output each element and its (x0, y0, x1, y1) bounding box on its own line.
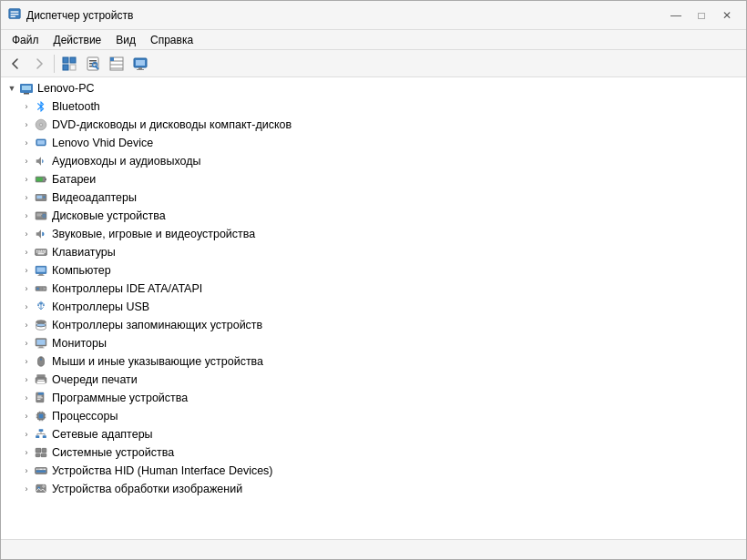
svg-point-70 (40, 359, 42, 361)
menu-bar: Файл Действие Вид Справка (1, 30, 746, 50)
svg-rect-42 (36, 250, 37, 251)
list-item[interactable]: › DVD-дисководы и дисководы компакт-диск… (1, 116, 746, 134)
root-label: Lenovo-PC (37, 82, 95, 95)
back-button[interactable] (5, 53, 26, 75)
svg-rect-57 (36, 288, 38, 290)
image-processing-icon (34, 482, 48, 496)
forward-button[interactable] (28, 53, 50, 75)
system-device-icon (34, 445, 48, 460)
item-label: Мониторы (52, 337, 107, 350)
expand-arrow: › (19, 445, 34, 460)
list-item[interactable]: › Компьютер (1, 261, 746, 280)
list-item[interactable]: › Очереди печати (1, 371, 746, 389)
item-label: Дисковые устройства (52, 209, 166, 222)
svg-point-64 (36, 323, 46, 327)
minimize-button[interactable]: — (664, 6, 688, 25)
properties-button[interactable] (82, 53, 104, 75)
grid-button[interactable] (106, 53, 128, 75)
svg-rect-76 (38, 392, 44, 394)
expand-arrow: › (19, 372, 34, 387)
svg-rect-50 (43, 251, 46, 252)
list-item[interactable]: › Дисковые устройства (1, 207, 746, 225)
svg-rect-106 (36, 469, 37, 470)
window-icon (8, 7, 21, 23)
list-item[interactable]: › Звуковые, игровые и видеоустройства (1, 225, 746, 243)
close-button[interactable]: ✕ (715, 6, 739, 25)
window-controls: — □ ✕ (664, 6, 739, 25)
svg-rect-9 (89, 60, 97, 62)
item-label: Компьютер (52, 264, 111, 277)
list-item[interactable]: › Батареи (1, 170, 746, 188)
computer-icon (34, 263, 48, 278)
status-bar (1, 539, 746, 559)
menu-action[interactable]: Действие (46, 32, 109, 48)
toolbar (1, 50, 746, 77)
list-item[interactable]: › Контроллеры запоминающих устройств (1, 316, 746, 334)
expand-arrow: › (19, 300, 34, 314)
svg-rect-109 (43, 469, 46, 470)
item-label: Контроллеры запоминающих устройств (52, 319, 262, 331)
list-item[interactable]: › Сетевые адаптеры (1, 425, 746, 443)
list-item[interactable]: › Lenovo Vhid Device (1, 134, 746, 152)
disk-icon (34, 209, 48, 223)
svg-rect-31 (46, 178, 46, 180)
monitor-button[interactable] (129, 53, 151, 75)
list-item[interactable]: › Программные устройства (1, 389, 746, 407)
item-label: Процессоры (52, 410, 118, 423)
list-item[interactable]: › Системные устройства (1, 443, 746, 462)
svg-rect-17 (110, 57, 114, 61)
menu-file[interactable]: Файл (5, 32, 46, 48)
expand-arrow: › (19, 427, 34, 442)
svg-rect-44 (39, 250, 40, 251)
svg-rect-104 (41, 453, 46, 457)
list-item[interactable]: › Видеоадаптеры (1, 188, 746, 207)
expand-arrow: › (19, 263, 34, 278)
menu-help[interactable]: Справка (143, 32, 200, 48)
list-item[interactable]: › Мониторы (1, 334, 746, 352)
expand-arrow: › (19, 354, 34, 369)
list-item[interactable]: › Мыши и иные указывающие устройства (1, 352, 746, 371)
list-item[interactable]: › Контроллеры USB (1, 298, 746, 316)
list-item[interactable]: › Устройства HID (Human Interface Device… (1, 462, 746, 480)
expand-arrow: › (19, 172, 34, 187)
root-expand-arrow: ▼ (5, 81, 19, 96)
svg-point-62 (43, 304, 45, 306)
list-item[interactable]: › Клавиатуры (1, 243, 746, 261)
item-label: Устройства HID (Human Interface Devices) (52, 464, 273, 477)
item-label: Сетевые адаптеры (52, 428, 153, 441)
expand-arrow: › (19, 281, 34, 296)
ide-icon (34, 281, 48, 296)
svg-rect-53 (36, 268, 45, 272)
monitor-icon (34, 336, 48, 351)
storage-icon (34, 318, 48, 332)
item-label: Батареи (52, 173, 96, 186)
svg-rect-7 (70, 65, 76, 70)
item-label: Мыши и иные указывающие устройства (52, 355, 263, 368)
show-hide-button[interactable] (58, 53, 80, 75)
svg-point-35 (43, 196, 45, 198)
list-item[interactable]: › Bluetooth (1, 97, 746, 116)
svg-rect-73 (38, 380, 45, 381)
svg-rect-67 (39, 347, 44, 348)
expand-arrow: › (19, 227, 34, 241)
maximize-button[interactable]: □ (690, 6, 713, 25)
svg-rect-5 (70, 57, 76, 63)
svg-point-63 (36, 321, 46, 324)
window-title: Диспетчер устройств (26, 9, 664, 22)
list-item[interactable]: › Аудиовходы и аудиовыходы (1, 152, 746, 170)
tree-root[interactable]: ▼ Lenovo-PC (1, 79, 746, 97)
list-item[interactable]: › Устройства обработки изображений (1, 480, 746, 498)
item-label: Звуковые, игровые и видеоустройства (52, 228, 255, 240)
svg-rect-49 (38, 251, 43, 252)
item-label: Очереди печати (52, 373, 138, 386)
hid-icon (34, 463, 48, 478)
menu-view[interactable]: Вид (108, 32, 143, 48)
list-item[interactable]: › Контроллеры IDE ATA/ATAPI (1, 280, 746, 298)
svg-rect-81 (39, 414, 44, 419)
svg-rect-43 (38, 250, 39, 251)
item-label: Контроллеры USB (52, 300, 149, 313)
device-tree[interactable]: ▼ Lenovo-PC › Bluetooth › (1, 77, 746, 539)
list-item[interactable]: › Процес (1, 407, 746, 425)
device-manager-window: Диспетчер устройств — □ ✕ Файл Действие … (0, 0, 747, 560)
svg-rect-74 (36, 382, 45, 384)
